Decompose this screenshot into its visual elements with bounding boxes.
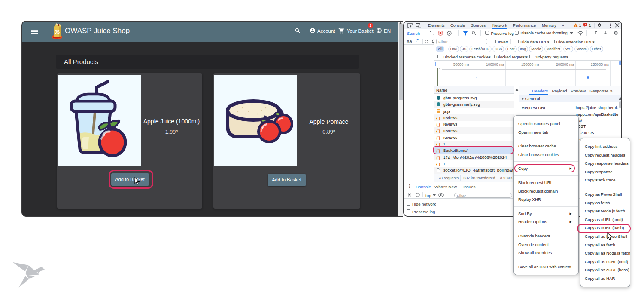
svg-text:JS: JS bbox=[55, 30, 60, 34]
